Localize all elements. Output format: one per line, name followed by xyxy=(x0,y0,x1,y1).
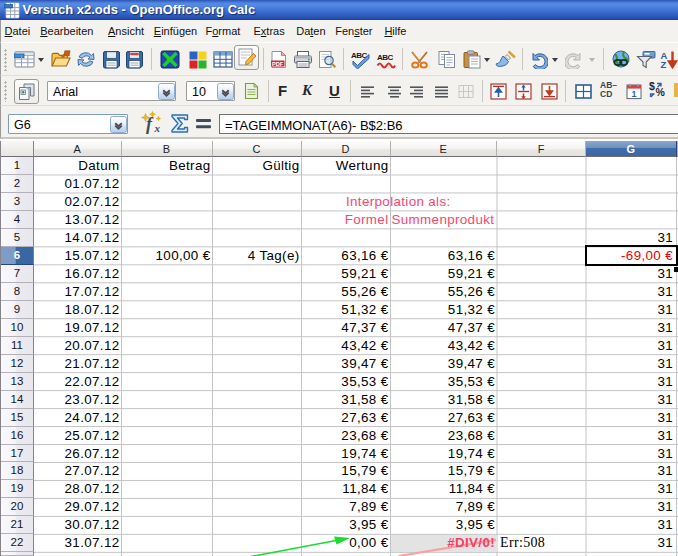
svg-text:%: % xyxy=(656,86,666,98)
svg-text:Z: Z xyxy=(661,59,667,69)
svg-text:$: $ xyxy=(649,81,655,92)
svg-text:1: 1 xyxy=(631,89,636,99)
svg-text:x: x xyxy=(154,122,161,134)
svg-text:ABC: ABC xyxy=(377,53,394,62)
svg-text:PDF: PDF xyxy=(272,61,284,67)
